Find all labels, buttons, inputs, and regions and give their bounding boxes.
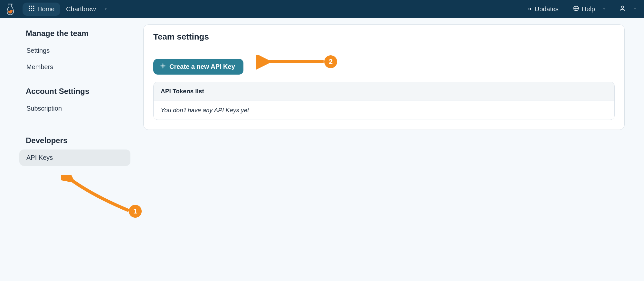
svg-rect-6	[33, 7, 34, 9]
svg-rect-9	[33, 10, 34, 11]
api-tokens-empty-text: You don't have any API Keys yet	[154, 101, 614, 120]
nav-right: Updates Help	[522, 2, 638, 16]
settings-panel: Team settings Create a new API Key API T…	[143, 24, 625, 130]
svg-rect-7	[29, 10, 30, 11]
sidebar-item-api-keys[interactable]: API Keys	[19, 150, 130, 166]
svg-rect-3	[33, 5, 34, 7]
sidebar-section-account: Account Settings	[19, 87, 130, 96]
sidebar-section-developers: Developers	[19, 136, 130, 145]
nav-updates[interactable]: Updates	[522, 3, 564, 15]
content-area: Team settings Create a new API Key API T…	[143, 24, 634, 166]
panel-header: Team settings	[144, 25, 624, 49]
nav-user[interactable]	[616, 2, 629, 16]
nav-home-label: Home	[37, 5, 54, 13]
sidebar-section-team: Manage the team	[19, 29, 130, 38]
nav-user-chevron[interactable]	[632, 6, 638, 12]
panel-title: Team settings	[153, 32, 615, 42]
nav-brand-chevron[interactable]	[102, 6, 109, 12]
app-logo[interactable]	[6, 2, 15, 16]
svg-point-14	[621, 6, 623, 8]
sidebar-item-settings[interactable]: Settings	[19, 42, 130, 59]
main-layout: Manage the team Settings Members Account…	[0, 18, 644, 166]
svg-rect-8	[31, 10, 32, 11]
grid-icon	[28, 5, 35, 13]
api-tokens-list: API Tokens list You don't have any API K…	[153, 82, 615, 120]
nav-updates-label: Updates	[535, 5, 559, 13]
panel-body: Create a new API Key API Tokens list You…	[144, 49, 624, 130]
annotation-badge-1: 1	[129, 205, 142, 218]
svg-rect-4	[29, 7, 30, 9]
nav-help[interactable]: Help	[567, 3, 598, 16]
nav-brand-label: Chartbrew	[66, 5, 96, 13]
nav-home[interactable]: Home	[23, 3, 60, 16]
nav-left: Home Chartbrew	[6, 2, 109, 16]
user-icon	[619, 5, 626, 14]
svg-rect-5	[31, 7, 32, 9]
globe-icon	[573, 5, 579, 13]
nav-help-label: Help	[582, 5, 595, 13]
nav-help-chevron[interactable]	[601, 6, 607, 12]
svg-rect-2	[31, 5, 32, 7]
svg-rect-1	[29, 5, 30, 7]
api-tokens-list-header: API Tokens list	[154, 82, 614, 101]
create-api-key-button[interactable]: Create a new API Key	[153, 59, 243, 75]
svg-point-10	[529, 8, 531, 10]
sidebar-item-subscription[interactable]: Subscription	[19, 100, 130, 117]
nav-brand[interactable]: Chartbrew	[60, 3, 101, 15]
create-api-key-label: Create a new API Key	[169, 63, 235, 70]
sidebar-item-members[interactable]: Members	[19, 59, 130, 75]
plus-icon	[160, 63, 166, 71]
top-navbar: Home Chartbrew Updates Help	[0, 0, 644, 18]
sidebar: Manage the team Settings Members Account…	[19, 24, 130, 166]
dot-icon	[527, 5, 532, 13]
